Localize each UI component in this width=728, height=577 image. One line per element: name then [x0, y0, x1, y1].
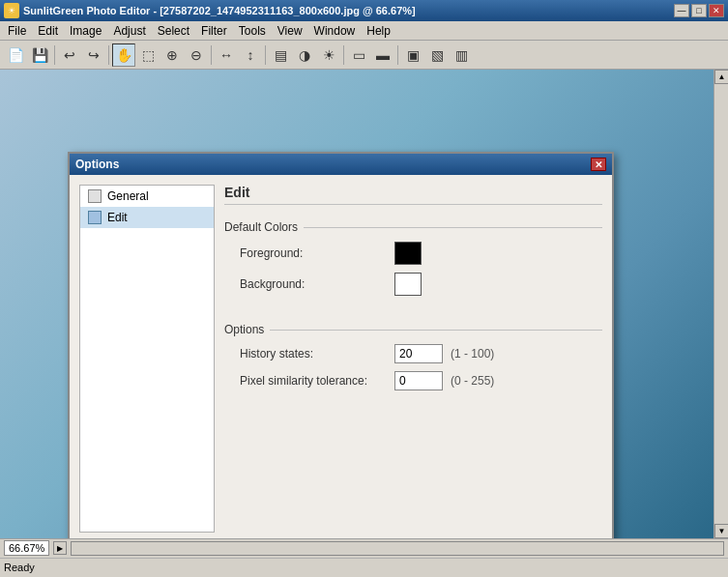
minimize-button[interactable]: — — [674, 4, 689, 17]
tool3-button[interactable]: ▥ — [450, 43, 473, 67]
foreground-row: Foreground: — [224, 242, 602, 265]
title-bar-controls: — □ ✕ — [674, 4, 724, 17]
pixel-hint: (0 - 255) — [451, 374, 494, 388]
dialog-nav: General Edit — [79, 185, 215, 533]
zoom-label: 66.67% — [4, 540, 49, 556]
content-area: ▲ ▼ Options ✕ General — [0, 70, 728, 538]
close-button[interactable]: ✕ — [709, 4, 724, 17]
toolbar: 📄 💾 ↩ ↪ ✋ ⬚ ⊕ ⊖ ↔ ↕ ▤ ◑ ☀ ▭ ▬ ▣ ▧ ▥ — [0, 41, 728, 70]
title-bar-left: ☀ SunlitGreen Photo Editor - [27587202_1… — [4, 3, 416, 18]
menu-tools[interactable]: Tools — [233, 21, 272, 40]
contrast-button[interactable]: ◑ — [293, 43, 316, 67]
selection-tool[interactable]: ⬚ — [136, 43, 160, 67]
tool1-button[interactable]: ▣ — [401, 43, 424, 67]
background-label: Background: — [240, 277, 394, 291]
flip-v-button[interactable]: ↕ — [239, 43, 262, 67]
new-button[interactable]: 📄 — [4, 43, 27, 67]
nav-label-edit: Edit — [107, 211, 128, 224]
options-section: Options History states: (1 - 100) Pixel … — [224, 323, 602, 398]
menu-view[interactable]: View — [272, 21, 308, 40]
dialog-body: General Edit Edit Default Co — [70, 175, 612, 538]
title-bar: ☀ SunlitGreen Photo Editor - [27587202_1… — [0, 0, 728, 21]
status-bottom: Ready — [0, 559, 728, 577]
default-colors-section: Default Colors Foreground: Background: — [224, 220, 602, 303]
pixel-similarity-input[interactable] — [394, 371, 443, 390]
foreground-color-swatch[interactable] — [394, 242, 422, 265]
panel-title: Edit — [224, 185, 602, 205]
levels-button[interactable]: ▤ — [269, 43, 292, 67]
nav-item-edit[interactable]: Edit — [80, 207, 214, 228]
horizontal-scrollbar[interactable] — [71, 541, 724, 556]
status-bar: 66.67% ▶ Ready — [0, 538, 728, 577]
background-color-swatch[interactable] — [394, 273, 422, 296]
menu-file[interactable]: File — [2, 21, 32, 40]
dialog-title-bar: Options ✕ — [70, 154, 612, 175]
history-states-input[interactable] — [394, 344, 443, 363]
maximize-button[interactable]: □ — [691, 4, 707, 17]
hand-tool[interactable]: ✋ — [112, 43, 135, 67]
dialog-right-panel: Edit Default Colors Foreground: B — [224, 185, 602, 533]
toolbar-sep-5 — [343, 45, 344, 65]
menu-filter[interactable]: Filter — [195, 21, 233, 40]
app-title: SunlitGreen Photo Editor - [27587202_147… — [23, 5, 416, 16]
toolbar-sep-6 — [397, 45, 398, 65]
edit-icon — [88, 211, 102, 224]
frame2-button[interactable]: ▬ — [371, 43, 394, 67]
zoom-in-button[interactable]: ⊕ — [160, 43, 184, 67]
menu-select[interactable]: Select — [152, 21, 195, 40]
app-window: ☀ SunlitGreen Photo Editor - [27587202_1… — [0, 0, 728, 577]
menu-help[interactable]: Help — [361, 21, 396, 40]
menu-edit[interactable]: Edit — [32, 21, 64, 40]
pixel-similarity-row: Pixel similarity tolerance: (0 - 255) — [224, 371, 602, 390]
status-top: 66.67% ▶ — [0, 539, 728, 559]
general-icon — [88, 189, 102, 203]
toolbar-sep-4 — [265, 45, 266, 65]
scroll-right-button[interactable]: ▶ — [53, 541, 67, 555]
zoom-out-button[interactable]: ⊖ — [185, 43, 208, 67]
options-section-title: Options — [224, 323, 602, 336]
dialog-title-text: Options — [75, 158, 119, 171]
menu-window[interactable]: Window — [308, 21, 362, 40]
history-hint: (1 - 100) — [451, 347, 494, 361]
pixel-similarity-label: Pixel similarity tolerance: — [240, 374, 394, 388]
dialog-close-button[interactable]: ✕ — [591, 158, 606, 171]
options-dialog: Options ✕ General Edit — [68, 152, 614, 538]
toolbar-sep-2 — [108, 45, 109, 65]
history-states-row: History states: (1 - 100) — [224, 344, 602, 363]
frame1-button[interactable]: ▭ — [347, 43, 370, 67]
toolbar-sep-3 — [211, 45, 212, 65]
menu-bar: File Edit Image Adjust Select Filter Too… — [0, 21, 728, 41]
history-states-label: History states: — [240, 347, 394, 361]
toolbar-sep-1 — [54, 45, 55, 65]
nav-item-general[interactable]: General — [80, 186, 214, 207]
brightness-button[interactable]: ☀ — [317, 43, 340, 67]
background-row: Background: — [224, 273, 602, 296]
default-colors-title: Default Colors — [224, 220, 602, 234]
foreground-label: Foreground: — [240, 246, 394, 260]
nav-label-general: General — [107, 189, 149, 203]
dialog-overlay: Options ✕ General Edit — [0, 70, 728, 538]
status-text: Ready — [4, 562, 35, 573]
menu-image[interactable]: Image — [64, 21, 107, 40]
save-button[interactable]: 💾 — [28, 43, 51, 67]
menu-adjust[interactable]: Adjust — [107, 21, 151, 40]
redo-button[interactable]: ↪ — [82, 43, 105, 67]
flip-h-button[interactable]: ↔ — [215, 43, 238, 67]
undo-button[interactable]: ↩ — [58, 43, 81, 67]
app-icon: ☀ — [4, 3, 19, 18]
tool2-button[interactable]: ▧ — [425, 43, 449, 67]
